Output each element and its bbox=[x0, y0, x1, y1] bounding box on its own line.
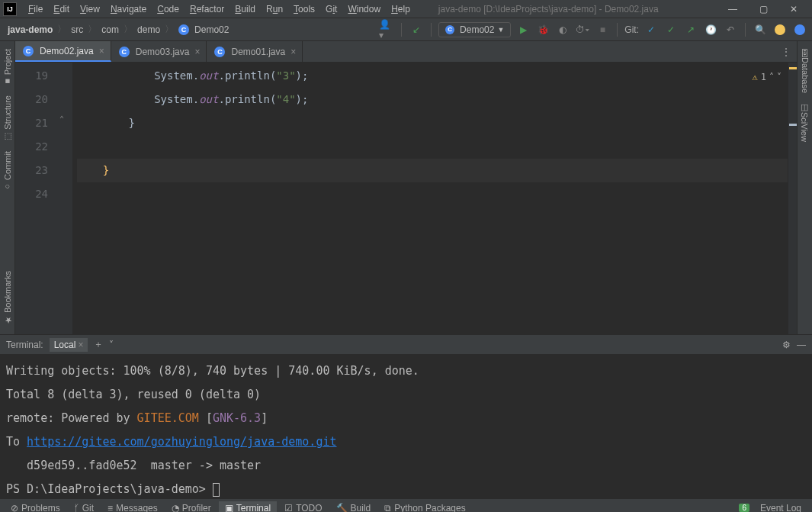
class-icon: C bbox=[445, 25, 454, 34]
terminal-icon: ▣ bbox=[225, 503, 233, 513]
tool-structure[interactable]: ⬚Structure bbox=[1, 91, 14, 147]
class-icon: C bbox=[214, 47, 225, 57]
class-icon: C bbox=[178, 24, 189, 35]
tool-python[interactable]: ⧉Python Packages bbox=[378, 501, 471, 513]
terminal-dropdown-icon[interactable]: ˅ bbox=[109, 340, 114, 350]
hide-icon[interactable]: — bbox=[797, 340, 806, 350]
window-close[interactable]: ✕ bbox=[778, 0, 809, 18]
coverage-button[interactable]: ◐ bbox=[555, 22, 570, 37]
crumb-project[interactable]: java-demo bbox=[8, 24, 53, 35]
menu-file[interactable]: File bbox=[23, 2, 48, 16]
menu-navigate[interactable]: Navigate bbox=[105, 2, 152, 16]
messages-icon: ≡ bbox=[108, 503, 113, 513]
chevron-down-icon[interactable]: ˅ bbox=[777, 66, 782, 89]
code-editor[interactable]: 19 20 21 22 23 24 ⌃ System.out.println("… bbox=[15, 63, 797, 334]
tool-database[interactable]: 🗄Database bbox=[799, 44, 811, 98]
run-config-selector[interactable]: C Demo02 ▼ bbox=[438, 22, 511, 37]
terminal-header: Terminal: Local × ＋ ˅ ⚙ — bbox=[0, 335, 812, 355]
tab-demo01[interactable]: C Demo01.java × bbox=[207, 41, 303, 62]
window-maximize[interactable]: ▢ bbox=[748, 0, 778, 18]
tab-demo03[interactable]: C Demo03.java × bbox=[111, 41, 207, 62]
menu-bar: IJ File Edit View Navigate Code Refactor… bbox=[0, 0, 812, 18]
tool-bookmarks[interactable]: ★Bookmarks bbox=[1, 266, 14, 330]
run-button[interactable]: ▶ bbox=[515, 22, 531, 37]
terminal-title: Terminal: bbox=[6, 340, 43, 350]
tool-sciview[interactable]: ◫SciView bbox=[798, 98, 811, 147]
terminal-tab-local[interactable]: Local × bbox=[50, 338, 88, 352]
git-update-icon[interactable]: ✓ bbox=[644, 22, 659, 37]
menu-build[interactable]: Build bbox=[229, 2, 261, 16]
git-push-icon[interactable]: ↗ bbox=[683, 22, 698, 37]
close-icon[interactable]: × bbox=[98, 46, 106, 56]
app-icon: IJ bbox=[3, 2, 17, 16]
close-icon[interactable]: × bbox=[193, 47, 201, 57]
tool-build[interactable]: 🔨Build bbox=[330, 501, 377, 513]
stop-button[interactable]: ■ bbox=[595, 22, 610, 37]
terminal-output[interactable]: Writing objects: 100% (8/8), 740 bytes |… bbox=[0, 355, 812, 498]
tool-eventlog[interactable]: Event Log bbox=[754, 501, 807, 513]
debug-button[interactable]: 🐞 bbox=[535, 22, 550, 37]
event-count-badge: 6 bbox=[739, 504, 749, 512]
profile-button[interactable]: ⏱▾ bbox=[575, 22, 590, 37]
menu-tools[interactable]: Tools bbox=[288, 2, 320, 16]
back-icon[interactable]: ↙ bbox=[409, 22, 424, 37]
gear-icon[interactable]: ⚙ bbox=[782, 340, 791, 350]
editor-zone: C Demo02.java × C Demo03.java × C Demo01… bbox=[15, 41, 797, 334]
ide-settings-icon[interactable] bbox=[772, 22, 788, 37]
menu-code[interactable]: Code bbox=[152, 2, 185, 16]
error-stripe[interactable] bbox=[788, 63, 797, 334]
tool-commit[interactable]: ○Commit bbox=[2, 147, 14, 196]
git-commit-icon[interactable]: ✓ bbox=[663, 22, 679, 37]
left-tool-strip: ■Project ⬚Structure ○Commit ★Bookmarks bbox=[0, 41, 15, 334]
tab-demo02[interactable]: C Demo02.java × bbox=[15, 41, 111, 62]
tool-terminal[interactable]: ▣Terminal bbox=[219, 501, 277, 513]
plugin-icon[interactable] bbox=[792, 22, 807, 37]
menu-run[interactable]: Run bbox=[261, 2, 288, 16]
menu-refactor[interactable]: Refactor bbox=[185, 2, 229, 16]
git-history-icon[interactable]: 🕐 bbox=[703, 22, 718, 37]
search-icon[interactable]: 🔍 bbox=[753, 22, 768, 37]
tool-project[interactable]: ■Project bbox=[2, 44, 14, 91]
menu-window[interactable]: Window bbox=[342, 2, 386, 16]
tool-profiler[interactable]: ◔Profiler bbox=[165, 501, 217, 513]
git-rollback-icon[interactable]: ↶ bbox=[723, 22, 738, 37]
terminal-line: remote: Powered by GITEE.COM [GNK-6.3] bbox=[6, 407, 806, 430]
right-tool-strip: 🗄Database ◫SciView bbox=[797, 41, 812, 334]
stripe-warning[interactable] bbox=[789, 67, 797, 69]
code-area[interactable]: System.out.println("3"); System.out.prin… bbox=[72, 63, 788, 334]
tabs-more-icon[interactable]: ⋮ bbox=[775, 41, 797, 62]
crumb-sep: 〉 bbox=[57, 23, 66, 36]
terminal-line: Writing objects: 100% (8/8), 740 bytes |… bbox=[6, 359, 806, 383]
menu-git[interactable]: Git bbox=[320, 2, 342, 16]
fold-end-icon[interactable]: ⌃ bbox=[59, 114, 64, 123]
inspection-widget[interactable]: ⚠ 1 ˄ ˅ bbox=[753, 66, 782, 89]
menu-edit[interactable]: Edit bbox=[48, 2, 75, 16]
tool-git[interactable]: ᚶGit bbox=[68, 501, 100, 513]
crumb-com[interactable]: com bbox=[101, 24, 119, 35]
window-minimize[interactable]: — bbox=[717, 0, 748, 18]
terminal-link[interactable]: https://gitee.com/gozhuyinglong/java-dem… bbox=[27, 435, 336, 449]
chevron-down-icon: ▼ bbox=[497, 26, 504, 34]
fold-column[interactable]: ⌃ bbox=[57, 63, 72, 334]
class-icon: C bbox=[119, 47, 130, 57]
terminal-line: To https://gitee.com/gozhuyinglong/java-… bbox=[6, 430, 806, 454]
close-icon[interactable]: × bbox=[289, 47, 297, 57]
main-area: ■Project ⬚Structure ○Commit ★Bookmarks C… bbox=[0, 41, 812, 334]
tool-messages[interactable]: ≡Messages bbox=[101, 501, 164, 513]
chevron-up-icon[interactable]: ˄ bbox=[769, 66, 774, 89]
close-icon[interactable]: × bbox=[78, 340, 83, 350]
main-toolbar: java-demo 〉 src 〉 com 〉 demo 〉 C Demo02 … bbox=[0, 18, 812, 41]
breadcrumb: java-demo 〉 src 〉 com 〉 demo 〉 C Demo02 bbox=[5, 23, 232, 36]
crumb-src[interactable]: src bbox=[71, 24, 83, 35]
menu-help[interactable]: Help bbox=[386, 2, 416, 16]
git-branch-icon: ᚶ bbox=[74, 503, 79, 513]
tool-problems[interactable]: ⊘Problems bbox=[5, 501, 66, 513]
crumb-demo[interactable]: demo bbox=[137, 24, 160, 35]
menu-view[interactable]: View bbox=[75, 2, 105, 16]
crumb-class[interactable]: Demo02 bbox=[194, 24, 229, 35]
user-icon[interactable]: 👤▾ bbox=[379, 22, 394, 37]
tool-todo[interactable]: ☑TODO bbox=[278, 501, 328, 513]
code-line: } bbox=[77, 159, 788, 182]
terminal-line: Total 8 (delta 3), reused 0 (delta 0) bbox=[6, 383, 806, 407]
terminal-new-tab[interactable]: ＋ bbox=[94, 338, 103, 351]
